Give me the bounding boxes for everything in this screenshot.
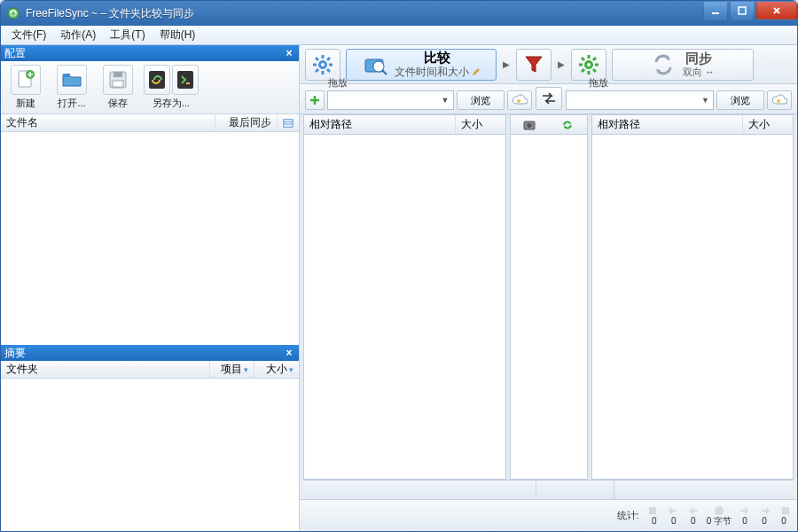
right-path-combo[interactable]: ▼ [566,90,715,110]
sync-label: 同步 [685,51,712,66]
svg-line-22 [327,58,330,60]
svg-rect-5 [63,74,70,77]
right-browse-button[interactable]: 浏览 [716,90,764,110]
left-path-combo[interactable]: ▼ [327,90,454,110]
right-col-relpath[interactable]: 相对路径 [592,115,744,134]
close-button[interactable] [756,2,797,20]
summary-panel-header[interactable]: 摘要 × [1,345,299,361]
flow-arrow-icon: ▶ [502,59,511,69]
right-grid-header: 相对路径 大小 [592,115,794,135]
menu-tools[interactable]: 工具(T) [103,26,152,44]
category-column-icon[interactable] [512,119,547,131]
summary-col-items[interactable]: 项目▾ [210,361,254,378]
saveas-config-button[interactable]: 另存为... [145,65,198,110]
swap-icon [540,90,558,106]
config-col-filename[interactable]: 文件名 [1,114,215,131]
config-panel-close-icon[interactable]: × [283,47,295,59]
middle-grid [510,114,588,480]
left-column: 配置 × 新建 打开... [1,45,300,531]
summary-col-size[interactable]: 大小▾ [254,361,299,378]
config-col-view-icon[interactable] [278,114,299,131]
minimize-button[interactable] [703,2,728,20]
menubar: 文件(F) 动作(A) 工具(T) 帮助(H) [1,26,797,45]
config-panel-title: 配置 [4,46,26,61]
right-cloud-button[interactable] [767,90,792,110]
menu-file[interactable]: 文件(F) [4,26,53,44]
window-title: FreeFileSync ~ – 文件夹比较与同步 [26,6,701,21]
svg-rect-2 [739,7,746,14]
maximize-button[interactable] [730,2,755,20]
stat-data-icon [713,505,725,516]
save-config-button[interactable]: 保存 [98,65,137,110]
folder-pair-row: 拖放 ▼ 浏览 拖放 [300,84,797,114]
svg-rect-9 [149,71,165,89]
left-cloud-button[interactable] [507,90,532,110]
sort-indicator-icon: ▾ [244,365,248,374]
new-config-button[interactable]: 新建 [6,65,45,110]
config-col-lastsync[interactable]: 最后同步 [215,114,278,131]
left-col-size[interactable]: 大小 [456,115,505,134]
config-panel-header[interactable]: 配置 × [1,45,299,61]
svg-rect-43 [782,507,789,514]
save-disk-icon [103,65,133,95]
right-folder-side: 拖放 ▼ 浏览 [566,76,793,110]
svg-point-40 [528,123,532,128]
swap-sides-button[interactable] [536,87,562,110]
sync-arrows-icon [651,53,676,76]
stats-group: 0 0 0 0 字节 0 0 0 [648,505,790,526]
titlebar[interactable]: FreeFileSync ~ – 文件夹比较与同步 [1,1,797,26]
save-label: 保存 [108,97,128,110]
stats-label: 统计: [617,509,639,522]
svg-line-26 [382,70,387,74]
dropdown-arrow-icon: ▼ [701,96,709,105]
svg-line-34 [582,69,584,72]
summary-list-body[interactable] [1,379,299,531]
svg-line-35 [593,58,596,60]
open-label: 打开... [58,97,85,110]
svg-point-23 [321,63,325,66]
svg-point-36 [587,63,591,66]
right-column: 比较 文件时间和大小 ▶ ▶ 同步 双向 ↔ [300,45,797,531]
right-grid: 相对路径 大小 [591,114,794,480]
svg-rect-8 [113,81,123,87]
right-col-size[interactable]: 大小 [743,115,793,134]
svg-point-38 [777,99,780,103]
left-drop-hint: 拖放 [305,76,532,90]
compare-label: 比较 [424,50,450,66]
middle-grid-body[interactable] [511,135,587,479]
open-folder-icon [57,65,87,95]
menu-action[interactable]: 动作(A) [53,26,103,44]
open-config-button[interactable]: 打开... [52,65,91,110]
config-list-body[interactable] [1,132,299,345]
app-window: FreeFileSync ~ – 文件夹比较与同步 文件(F) 动作(A) 工具… [0,0,798,532]
new-label: 新建 [16,97,35,110]
stat-item: 0 字节 [707,505,732,526]
cloud-icon [512,94,528,106]
stat-arrow-left-icon [687,505,700,516]
stat-item: 0 [758,505,771,526]
left-col-relpath[interactable]: 相对路径 [304,115,456,134]
svg-point-37 [517,99,520,103]
action-column-icon[interactable] [550,119,585,131]
left-grid-header: 相对路径 大小 [304,115,505,135]
svg-line-33 [593,69,596,72]
view-filter-strip[interactable] [303,480,794,499]
flow-arrow-icon: ▶ [557,59,566,69]
right-grid-body[interactable] [592,135,794,479]
saveas-sync-icon [144,65,170,95]
stat-item: 0 [668,505,680,526]
magnifier-folder-icon [363,52,389,77]
cloud-icon [771,94,787,106]
summary-panel-close-icon[interactable]: × [283,347,295,359]
new-file-icon [11,65,41,95]
menu-help[interactable]: 帮助(H) [153,26,203,44]
add-pair-button[interactable] [305,90,325,110]
left-browse-button[interactable]: 浏览 [457,90,505,110]
app-icon [6,6,20,20]
summary-col-folder[interactable]: 文件夹 [1,361,210,378]
svg-line-32 [582,58,584,60]
svg-point-42 [715,506,724,515]
stat-create-left-icon [648,505,661,516]
left-grid-body[interactable] [304,135,505,479]
left-grid: 相对路径 大小 [303,114,506,480]
